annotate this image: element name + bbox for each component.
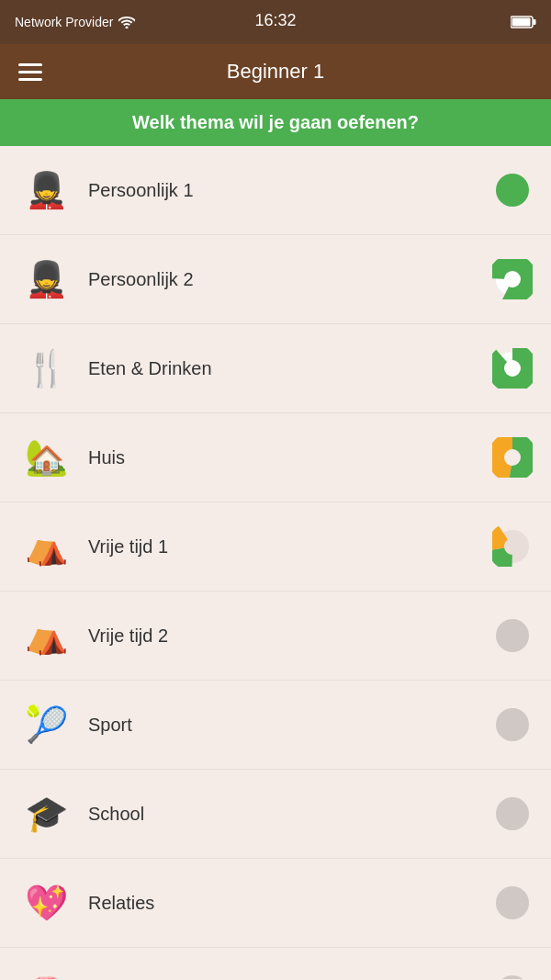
progress-circle-vrije-tijd-1 xyxy=(492,526,533,567)
progress-circle-persoonlijk2 xyxy=(492,259,533,299)
theme-emoji-vrije-tijd-1: ⛺ xyxy=(18,519,73,574)
theme-item-huis[interactable]: 🏡Huis xyxy=(0,413,551,502)
progress-circle-vrije-tijd-2 xyxy=(492,615,533,656)
page-title: Beginner 1 xyxy=(227,60,324,84)
status-battery xyxy=(511,16,536,28)
progress-circle-school xyxy=(492,794,533,834)
theme-label-persoonlijk2: Persoonlijk 2 xyxy=(88,269,492,290)
menu-button[interactable] xyxy=(18,63,42,81)
theme-item-sport[interactable]: 🎾Sport xyxy=(0,681,551,770)
theme-label-persoonlijk1: Persoonlijk 1 xyxy=(88,180,492,201)
theme-label-sport: Sport xyxy=(88,715,492,736)
theme-item-eten-drinken[interactable]: 🍴Eten & Drinken xyxy=(0,324,551,413)
theme-item-vrije-tijd-1[interactable]: ⛺Vrije tijd 1 xyxy=(0,502,551,591)
theme-emoji-sport: 🎾 xyxy=(18,697,73,752)
svg-rect-1 xyxy=(534,19,536,25)
progress-circle-gedrag xyxy=(492,972,533,979)
status-bar: Network Provider 16:32 xyxy=(0,0,551,44)
theme-item-school[interactable]: 🎓School xyxy=(0,770,551,859)
nav-bar: Beginner 1 xyxy=(0,44,551,99)
theme-emoji-persoonlijk1: 💂 xyxy=(18,163,73,218)
theme-item-relaties[interactable]: 💖Relaties xyxy=(0,859,551,948)
status-network: Network Provider xyxy=(15,15,135,29)
svg-point-3 xyxy=(496,174,529,207)
theme-question-banner: Welk thema wil je gaan oefenen? xyxy=(0,99,551,146)
progress-circle-persoonlijk1 xyxy=(492,170,533,210)
svg-point-14 xyxy=(496,619,529,652)
network-provider-text: Network Provider xyxy=(15,15,113,29)
progress-circle-eten-drinken xyxy=(492,348,533,389)
svg-point-15 xyxy=(496,708,529,741)
theme-item-gedrag[interactable]: 🧠Gedrag xyxy=(0,948,551,979)
theme-emoji-huis: 🏡 xyxy=(18,430,73,485)
theme-label-school: School xyxy=(88,804,492,825)
progress-circle-huis xyxy=(492,437,533,478)
theme-label-vrije-tijd-1: Vrije tijd 1 xyxy=(88,536,492,558)
theme-label-relaties: Relaties xyxy=(88,893,492,914)
theme-emoji-school: 🎓 xyxy=(18,786,73,841)
wifi-icon xyxy=(118,16,135,28)
theme-emoji-persoonlijk2: 💂 xyxy=(18,252,73,307)
svg-point-18 xyxy=(496,975,529,979)
theme-emoji-vrije-tijd-2: ⛺ xyxy=(18,608,73,663)
theme-item-persoonlijk2[interactable]: 💂Persoonlijk 2 xyxy=(0,235,551,324)
theme-label-eten-drinken: Eten & Drinken xyxy=(88,358,492,379)
theme-item-persoonlijk1[interactable]: 💂Persoonlijk 1 xyxy=(0,146,551,235)
theme-item-vrije-tijd-2[interactable]: ⛺Vrije tijd 2 xyxy=(0,591,551,681)
svg-point-16 xyxy=(496,797,529,830)
svg-point-17 xyxy=(496,886,529,919)
theme-label-vrije-tijd-2: Vrije tijd 2 xyxy=(88,625,492,647)
banner-text: Welk thema wil je gaan oefenen? xyxy=(132,112,419,132)
theme-emoji-gedrag: 🧠 xyxy=(18,964,73,979)
status-time: 16:32 xyxy=(254,11,296,30)
theme-emoji-relaties: 💖 xyxy=(18,875,73,930)
theme-list: 💂Persoonlijk 1 💂Persoonlijk 2 🍴Eten & Dr… xyxy=(0,146,551,979)
theme-emoji-eten-drinken: 🍴 xyxy=(18,341,73,396)
progress-circle-sport xyxy=(492,704,533,745)
battery-icon xyxy=(511,16,536,28)
theme-label-huis: Huis xyxy=(88,447,492,468)
progress-circle-relaties xyxy=(492,883,533,923)
svg-rect-2 xyxy=(512,18,531,27)
